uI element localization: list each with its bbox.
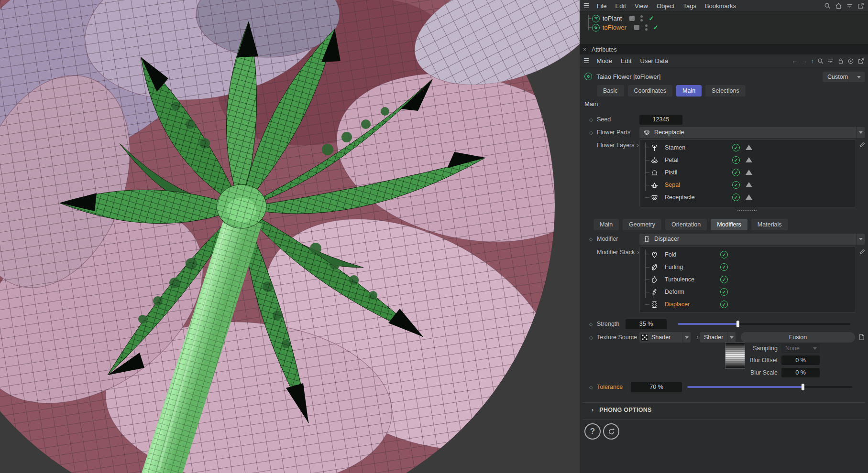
attributes-panel-tab[interactable]: × Attributes: [580, 44, 868, 54]
tab-geometry[interactable]: Geometry: [623, 219, 661, 230]
tab-main-sub[interactable]: Main: [593, 219, 619, 230]
search-icon[interactable]: [824, 2, 831, 10]
modifier-dropdown[interactable]: Displacer: [639, 234, 865, 245]
chevron-down-icon[interactable]: [682, 332, 691, 343]
detach-panel-icon[interactable]: [857, 2, 864, 10]
shader-link-dropdown[interactable]: Shader: [700, 332, 736, 343]
search-icon[interactable]: [817, 58, 824, 64]
keyframe-diamond-icon[interactable]: ◇: [589, 385, 593, 390]
tolerance-input[interactable]: 70 %: [631, 382, 682, 392]
tab-coordinates[interactable]: Coordinates: [628, 85, 672, 97]
hamburger-menu-icon[interactable]: ☰: [583, 57, 590, 64]
stack-item-turbulence[interactable]: Turbulence ✓: [640, 273, 856, 286]
move-up-icon[interactable]: [746, 194, 752, 200]
visibility-dots-icon[interactable]: [640, 15, 643, 22]
preset-dropdown[interactable]: Custom: [823, 72, 865, 82]
enabled-check-icon[interactable]: ✓: [648, 15, 654, 22]
tolerance-slider[interactable]: [687, 386, 852, 388]
chevron-down-icon[interactable]: [856, 234, 865, 245]
tab-orientation[interactable]: Orientation: [665, 219, 707, 230]
tab-selections[interactable]: Selections: [705, 85, 746, 97]
viewport-3d[interactable]: [0, 0, 580, 473]
move-up-icon[interactable]: [746, 157, 752, 162]
home-icon[interactable]: [835, 2, 842, 10]
stack-item-deform[interactable]: Deform ✓: [640, 286, 856, 298]
filter-icon[interactable]: [846, 2, 853, 10]
filter-icon[interactable]: [827, 58, 834, 64]
layer-item-pistil[interactable]: Pistil ✓: [640, 166, 856, 179]
layer-item-stamen[interactable]: Stamen ✓: [640, 141, 856, 154]
reset-button[interactable]: [603, 423, 619, 440]
flower-parts-dropdown[interactable]: Receptacle: [639, 127, 865, 138]
forward-arrow-icon[interactable]: →: [802, 57, 808, 64]
close-icon[interactable]: ×: [583, 46, 586, 53]
visibility-dots-icon[interactable]: [645, 24, 648, 31]
pencil-edit-icon[interactable]: [859, 141, 866, 148]
enabled-check-icon[interactable]: ✓: [720, 263, 728, 271]
enabled-check-icon[interactable]: ✓: [720, 251, 728, 258]
enabled-check-icon[interactable]: ✓: [720, 288, 728, 296]
move-up-icon[interactable]: [746, 182, 752, 187]
help-button[interactable]: ?: [584, 423, 601, 440]
object-name[interactable]: toPlant: [603, 15, 622, 22]
layer-item-petal[interactable]: Petal ✓: [640, 154, 856, 166]
menu-edit-attr[interactable]: Edit: [616, 57, 636, 64]
keyframe-diamond-icon[interactable]: ◇: [589, 322, 593, 327]
move-up-icon[interactable]: [746, 145, 752, 150]
object-row-toplant[interactable]: toPlant ✓: [592, 14, 654, 23]
blur-scale-input[interactable]: 0 %: [781, 368, 820, 377]
strength-input[interactable]: 35 %: [626, 319, 667, 329]
enabled-check-icon[interactable]: ✓: [732, 194, 740, 201]
track-selection-icon[interactable]: [847, 58, 854, 64]
move-up-icon[interactable]: [746, 170, 752, 175]
chevron-down-icon[interactable]: [848, 72, 865, 82]
tab-modifiers[interactable]: Modifiers: [711, 219, 747, 230]
fusion-shader-button[interactable]: Fusion: [741, 332, 855, 343]
enabled-check-icon[interactable]: ✓: [732, 144, 740, 151]
enabled-check-icon[interactable]: ✓: [732, 169, 740, 176]
layer-chip-icon[interactable]: [634, 25, 639, 30]
slider-handle[interactable]: [802, 384, 804, 390]
menu-file[interactable]: File: [593, 2, 611, 10]
hamburger-menu-icon[interactable]: ☰: [583, 2, 590, 10]
stack-item-fold[interactable]: Fold ✓: [640, 248, 856, 261]
blur-offset-input[interactable]: 0 %: [781, 355, 820, 365]
slider-handle[interactable]: [736, 321, 739, 327]
strength-slider[interactable]: [678, 323, 850, 325]
file-icon[interactable]: [858, 333, 865, 341]
lock-icon[interactable]: [837, 58, 844, 64]
menu-mode[interactable]: Mode: [593, 57, 617, 64]
chevron-down-icon[interactable]: [727, 332, 736, 343]
list-resize-grip[interactable]: [737, 210, 757, 211]
enabled-check-icon[interactable]: ✓: [720, 276, 728, 283]
up-arrow-icon[interactable]: ↑: [811, 57, 814, 64]
tab-basic[interactable]: Basic: [597, 85, 624, 97]
stack-item-furling[interactable]: Furling ✓: [640, 261, 856, 273]
keyframe-diamond-icon[interactable]: ◇: [589, 117, 593, 122]
menu-bookmarks[interactable]: Bookmarks: [701, 2, 740, 10]
back-arrow-icon[interactable]: ←: [792, 57, 798, 64]
phong-options-header[interactable]: › PHONG OPTIONS: [589, 407, 652, 413]
menu-tags[interactable]: Tags: [679, 2, 700, 10]
sampling-dropdown[interactable]: None: [781, 344, 820, 353]
menu-user-data[interactable]: User Data: [636, 57, 673, 64]
layer-item-receptacle[interactable]: Receptacle ✓: [640, 191, 856, 204]
menu-object[interactable]: Object: [652, 2, 679, 10]
tab-materials[interactable]: Materials: [751, 219, 788, 230]
enabled-check-icon[interactable]: ✓: [732, 156, 740, 164]
texture-source-dropdown[interactable]: Shader: [639, 332, 691, 343]
menu-edit[interactable]: Edit: [611, 2, 630, 10]
pencil-edit-icon[interactable]: [859, 248, 866, 255]
detach-panel-icon[interactable]: [857, 58, 864, 64]
enabled-check-icon[interactable]: ✓: [732, 181, 740, 189]
chevron-down-icon[interactable]: [856, 127, 865, 138]
stack-item-displacer[interactable]: Displacer ✓: [640, 298, 856, 311]
keyframe-diamond-icon[interactable]: ◇: [589, 335, 593, 340]
tab-main[interactable]: Main: [676, 85, 702, 97]
layer-item-sepal[interactable]: Sepal ✓: [640, 179, 856, 191]
enabled-check-icon[interactable]: ✓: [653, 24, 659, 31]
chevron-right-icon[interactable]: ›: [696, 333, 699, 341]
seed-input[interactable]: 12345: [639, 115, 682, 125]
layer-chip-icon[interactable]: [629, 16, 635, 21]
object-name-selected[interactable]: toFlower: [603, 24, 626, 31]
